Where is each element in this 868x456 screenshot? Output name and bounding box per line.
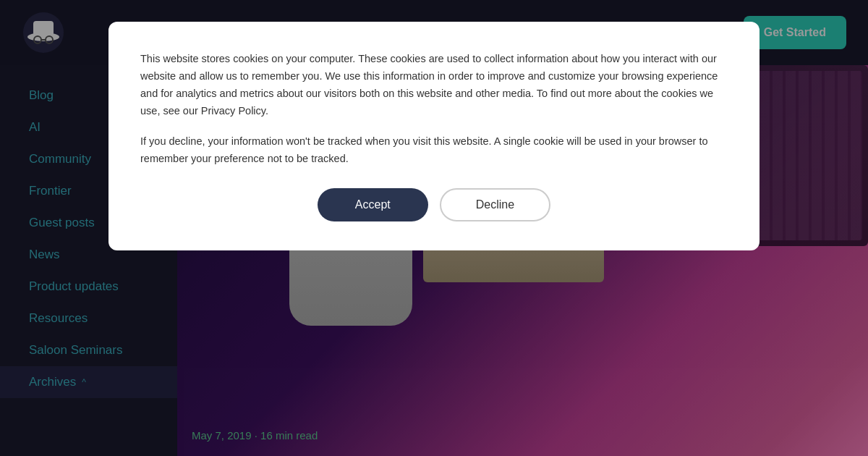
cookie-modal-overlay: This website stores cookies on your comp… — [0, 0, 868, 456]
cookie-text-2: If you decline, your information won't b… — [140, 133, 728, 168]
cookie-text-1: This website stores cookies on your comp… — [140, 51, 728, 120]
decline-button[interactable]: Decline — [440, 188, 550, 221]
accept-button[interactable]: Accept — [318, 188, 428, 221]
cookie-buttons: Accept Decline — [140, 188, 728, 221]
cookie-modal: This website stores cookies on your comp… — [109, 22, 760, 250]
